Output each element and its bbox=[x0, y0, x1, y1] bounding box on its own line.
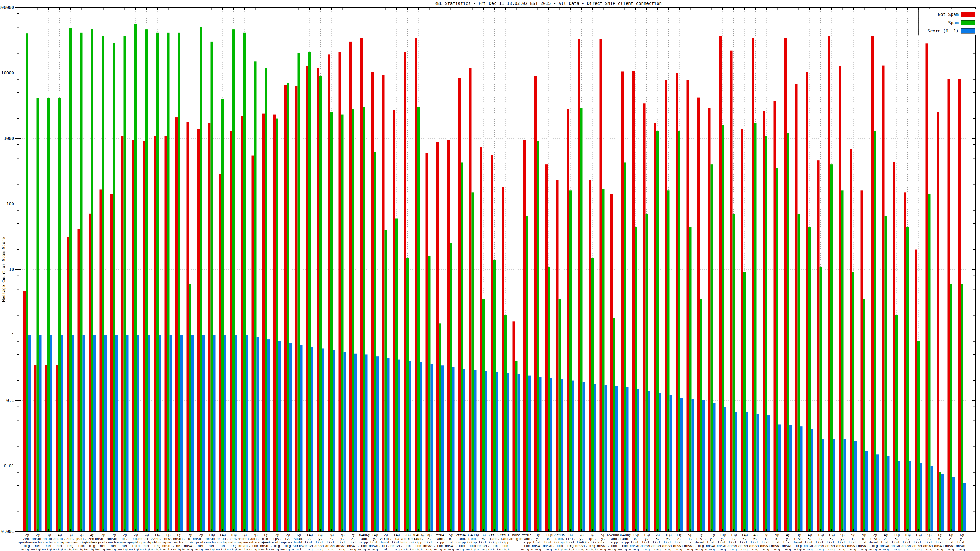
x-tick-label: 6@2.list.dnswl.orgorigin bbox=[945, 533, 957, 551]
bar-spam bbox=[309, 52, 311, 531]
bar-spam bbox=[547, 267, 550, 531]
x-tick-labels: 2@zen.spamhaus.orgorigin2@dnsbl.sorbs.ne… bbox=[18, 533, 968, 551]
bar-not-spam bbox=[621, 71, 624, 531]
x-tick-label: 6@new.spam.dnsbl.sorbs.netorigin bbox=[162, 533, 175, 551]
bar-score bbox=[224, 335, 226, 531]
bar-spam bbox=[221, 99, 224, 531]
bar-not-spam bbox=[23, 291, 26, 531]
bar-spam bbox=[928, 194, 931, 531]
y-tick-label: 1 bbox=[12, 332, 14, 337]
bar-spam bbox=[515, 361, 517, 531]
bar-not-spam bbox=[589, 180, 591, 531]
x-tick-label: noneorigin bbox=[510, 533, 522, 541]
bar-not-spam bbox=[567, 109, 569, 531]
bar-not-spam bbox=[56, 365, 59, 531]
bar-not-spam bbox=[230, 131, 232, 531]
bar-score bbox=[605, 385, 607, 531]
bar-not-spam bbox=[175, 117, 178, 531]
bar-not-spam bbox=[523, 140, 526, 531]
bar-spam bbox=[700, 299, 702, 531]
bar-not-spam bbox=[241, 116, 243, 531]
bar-not-spam bbox=[274, 115, 276, 531]
bar-spam bbox=[819, 267, 822, 531]
x-tick-label: 14@2.list.dnswl.orgorigin bbox=[304, 533, 316, 551]
bar-score bbox=[865, 451, 868, 531]
x-tick-label: 5@0.list.dnswl.orgorigin bbox=[445, 533, 457, 551]
bar-score bbox=[431, 364, 433, 531]
bar-not-spam bbox=[132, 140, 134, 531]
bar-spam bbox=[178, 33, 180, 531]
y-tick-label: 1000 bbox=[4, 136, 14, 141]
x-tick-label: 11@y.list.dnswl.orgorigin bbox=[706, 533, 718, 551]
bar-not-spam bbox=[306, 67, 309, 531]
bar-score bbox=[61, 335, 64, 531]
bar-score bbox=[137, 335, 139, 531]
x-tick-label: 4@y.list.dnswl.orgorigin bbox=[782, 533, 794, 551]
bar-score bbox=[767, 415, 770, 531]
bar-score bbox=[583, 382, 585, 531]
x-tick-label: 8@2.list.dnswl.orgorigin bbox=[423, 533, 436, 551]
bar-spam bbox=[558, 299, 561, 531]
bar-score bbox=[833, 439, 835, 531]
bar-spam bbox=[950, 284, 953, 531]
bar-spam bbox=[385, 230, 387, 531]
y-tick-label: 10 bbox=[9, 267, 14, 272]
x-tick-label: 4@2.list.dnswl.orgorigin bbox=[880, 533, 892, 551]
bar-score bbox=[83, 335, 85, 531]
bar-not-spam bbox=[458, 78, 461, 531]
legend-label: Not Spam bbox=[938, 12, 959, 17]
x-tick-label: 6@y.list.dnswl.orgorigin bbox=[956, 533, 968, 551]
bar-score bbox=[126, 335, 129, 531]
bar-score bbox=[876, 454, 879, 531]
bar-score bbox=[953, 477, 955, 531]
bar-score bbox=[452, 367, 455, 531]
legend-swatch bbox=[961, 20, 975, 25]
bar-score bbox=[659, 393, 661, 531]
bar-spam bbox=[363, 107, 365, 531]
x-tick-label: 36408@iadb.isipp.comorigin bbox=[619, 533, 631, 551]
bar-not-spam bbox=[404, 52, 406, 531]
legend-label: Score (0..1) bbox=[928, 29, 959, 33]
bar-spam bbox=[917, 341, 920, 531]
bar-spam bbox=[91, 29, 94, 531]
bar-score bbox=[724, 407, 726, 531]
bar-score bbox=[778, 424, 781, 531]
bar-score bbox=[463, 369, 466, 531]
bar-spam bbox=[885, 216, 887, 531]
bar-not-spam bbox=[100, 189, 102, 531]
x-tick-label: 14@y.list.dnswl.orgorigin bbox=[369, 533, 381, 551]
x-tick-label: 14@0.list.dnswl.orgorigin bbox=[738, 533, 751, 551]
x-tick-label: 1@list.dnswl.orgorigin bbox=[695, 533, 707, 551]
x-tick-label: 10@y.list.dnswl.orgorigin bbox=[717, 533, 729, 551]
bar-spam bbox=[743, 272, 746, 531]
bar-spam bbox=[830, 164, 833, 531]
bar-not-spam bbox=[262, 114, 265, 531]
bar-score bbox=[746, 412, 748, 531]
bar-score bbox=[942, 474, 944, 531]
x-tick-label: 6@dnsbl.sorbs.netorigin bbox=[173, 533, 185, 551]
bar-score bbox=[159, 335, 161, 531]
bar-spam bbox=[841, 191, 844, 531]
bar-score bbox=[539, 377, 542, 531]
bar-spam bbox=[48, 98, 50, 531]
bar-not-spam bbox=[578, 39, 580, 531]
bar-score bbox=[50, 335, 52, 531]
bar-spam bbox=[59, 98, 61, 531]
bar-score bbox=[202, 335, 205, 531]
bar-score bbox=[387, 358, 390, 531]
bar-not-spam bbox=[828, 37, 830, 531]
bar-spam bbox=[276, 119, 278, 531]
bar-score bbox=[213, 335, 216, 531]
x-tick-label: 15@2.list.dnswl.orgorigin bbox=[912, 533, 924, 551]
bar-not-spam bbox=[806, 71, 808, 531]
chart-canvas: RBL Statistics - Fri Dec 11 13:03:02 EST… bbox=[0, 0, 980, 551]
bar-not-spam bbox=[730, 51, 733, 531]
bar-spam bbox=[26, 33, 28, 531]
bar-spam bbox=[461, 162, 463, 531]
bar-score bbox=[909, 461, 912, 531]
bar-not-spam bbox=[654, 123, 656, 531]
bar-score bbox=[300, 345, 302, 531]
x-tick-label: 1ff04.iadb.isipp.comorigin bbox=[434, 533, 446, 551]
bar-spam bbox=[765, 136, 767, 531]
bar-not-spam bbox=[893, 162, 896, 531]
